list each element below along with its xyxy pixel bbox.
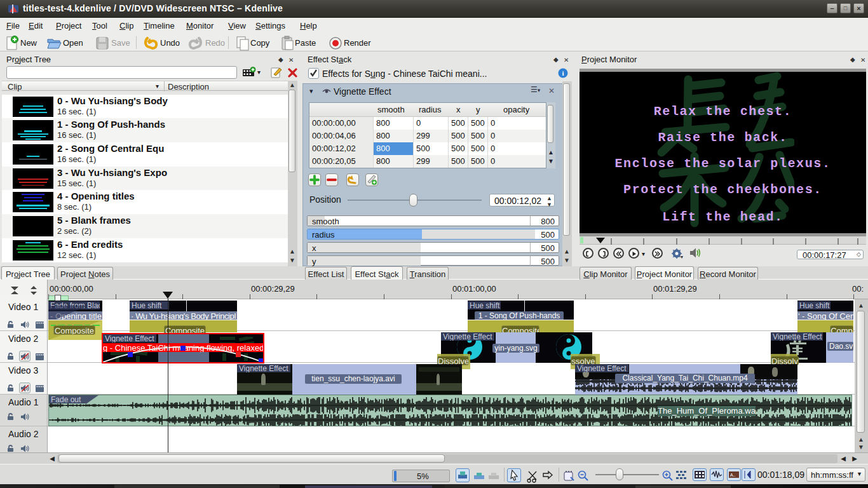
svg-text:▾: ▾ (681, 254, 683, 259)
svg-text:A..: A.. (730, 473, 736, 477)
svg-text:i: i (562, 69, 564, 77)
